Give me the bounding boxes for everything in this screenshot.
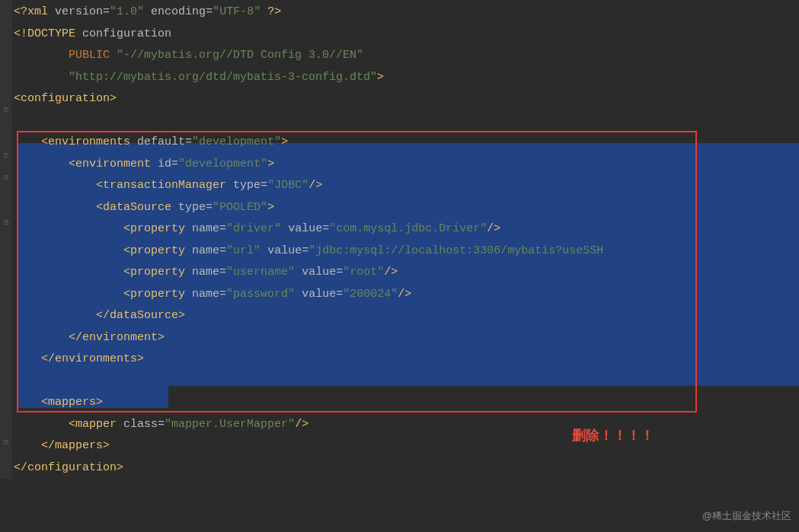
- code-line[interactable]: "http://mybatis.org/dtd/mybatis-3-config…: [0, 67, 799, 89]
- code-line[interactable]: </environments>: [0, 349, 799, 371]
- code-line[interactable]: <?xml version="1.0" encoding="UTF-8" ?>: [0, 2, 799, 24]
- code-line[interactable]: <mapper class="mapper.UserMapper"/>: [0, 414, 799, 436]
- code-line[interactable]: <dataSource type="POOLED">: [0, 197, 799, 219]
- code-line[interactable]: <environment id="development">: [0, 154, 799, 176]
- code-line[interactable]: [0, 110, 799, 132]
- code-line[interactable]: <property name="password" value="200024"…: [0, 284, 799, 306]
- code-line[interactable]: PUBLIC "-//mybatis.org//DTD Config 3.0//…: [0, 45, 799, 67]
- code-line[interactable]: <environments default="development">: [0, 132, 799, 154]
- code-line[interactable]: [0, 371, 799, 393]
- code-line[interactable]: <property name="username" value="root"/>: [0, 262, 799, 284]
- code-line[interactable]: </environment>: [0, 327, 799, 349]
- code-editor[interactable]: <?xml version="1.0" encoding="UTF-8" ?> …: [0, 0, 799, 479]
- code-line[interactable]: <transactionManager type="JDBC"/>: [0, 175, 799, 197]
- code-line[interactable]: <configuration>: [0, 88, 799, 110]
- code-line[interactable]: </configuration>: [0, 457, 799, 479]
- code-line[interactable]: <property name="driver" value="com.mysql…: [0, 218, 799, 241]
- code-line[interactable]: <!DOCTYPE configuration: [0, 24, 799, 46]
- code-line[interactable]: </mappers>: [0, 435, 799, 457]
- code-content[interactable]: <?xml version="1.0" encoding="UTF-8" ?> …: [0, 2, 799, 479]
- delete-annotation: 删除！！！！: [572, 422, 654, 448]
- watermark: @稀土掘金技术社区: [702, 507, 791, 526]
- code-line[interactable]: <property name="url" value="jdbc:mysql:/…: [0, 241, 799, 263]
- code-line[interactable]: <mappers>: [0, 392, 799, 414]
- code-line[interactable]: </dataSource>: [0, 305, 799, 327]
